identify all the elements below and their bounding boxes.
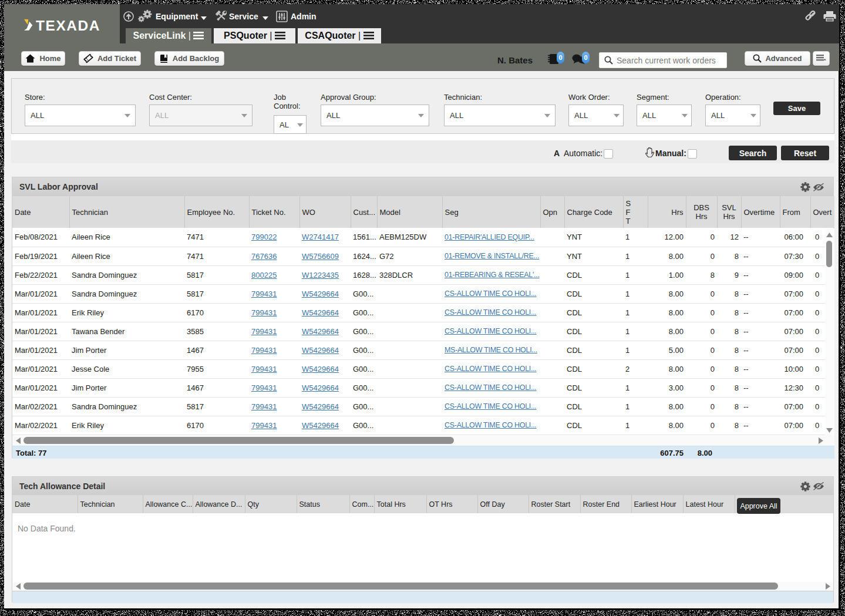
- svg-text:TEXADA: TEXADA: [36, 19, 100, 33]
